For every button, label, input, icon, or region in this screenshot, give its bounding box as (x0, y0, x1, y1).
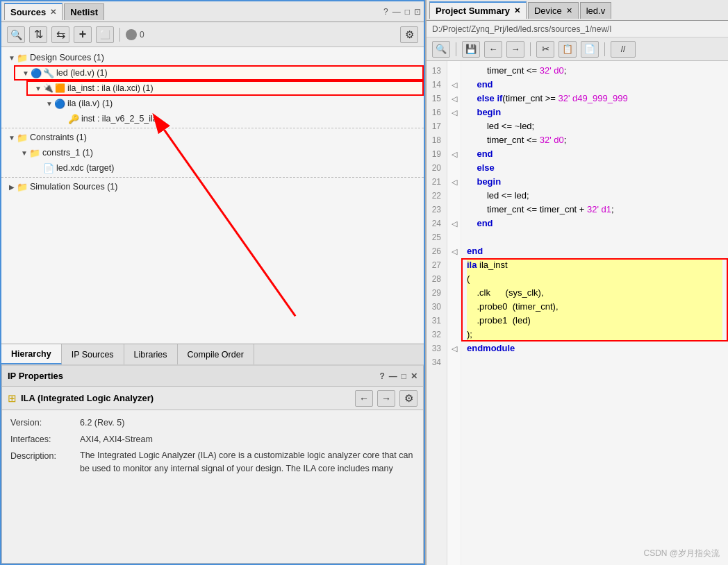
tab-sources[interactable]: Sources ✕ (4, 3, 63, 20)
right-tab-device[interactable]: Device ✕ (528, 2, 579, 19)
left-panel: Sources ✕ Netlist ? — □ ⊡ 🔍 ⇅ ⇆ + ⬜ 0 ⚙ (0, 0, 425, 565)
code-line-14: end (467, 78, 722, 92)
ila-arrow[interactable]: ▼ (44, 100, 54, 108)
led-xdc-label: led.xdc (target) (56, 163, 114, 173)
ip-gear-button[interactable]: ⚙ (399, 390, 417, 407)
tab-netlist[interactable]: Netlist (64, 3, 104, 20)
led-xdc-item[interactable]: 📄 led.xdc (target) (26, 160, 424, 176)
ip-maximize-icon[interactable]: □ (402, 371, 406, 381)
code-content[interactable]: 1314151617181920212223242526272829303132… (427, 61, 728, 565)
tab-libraries[interactable]: Libraries (124, 344, 178, 364)
gutter-cell-31 (447, 314, 461, 328)
ip-description-val: The Integrated Logic Analyzer (ILA) core… (80, 449, 415, 475)
design-sources-arrow[interactable]: ▼ (7, 54, 17, 62)
led-wrench-icon: 🔧 (43, 68, 54, 78)
gutter: ◁◁◁◁◁◁◁◁ (447, 61, 461, 565)
ip-close-icon[interactable]: ✕ (411, 371, 417, 381)
code-cut-button[interactable]: ✂ (536, 41, 554, 58)
code-search-button[interactable]: 🔍 (432, 41, 450, 58)
ip-minimize-icon[interactable]: — (389, 371, 397, 381)
sim-sources-item[interactable]: ▶ 📁 Simulation Sources (1) (1, 179, 424, 194)
code-paste-button[interactable]: 📄 (581, 41, 599, 58)
code-line-27: ila ila_inst (467, 258, 722, 272)
ila-item[interactable]: ▼ 🔵 ila (ila.v) (1) (39, 96, 424, 111)
gutter-cell-26: ◁ (447, 244, 461, 258)
help-icon[interactable]: ? (383, 7, 388, 17)
code-comment-button[interactable]: // (611, 41, 636, 58)
code-back-button[interactable]: ← (484, 41, 502, 58)
code-line-24: end (467, 217, 722, 230)
right-tab-device-close[interactable]: ✕ (566, 6, 572, 15)
tab-sources-close[interactable]: ✕ (50, 8, 56, 17)
code-forward-button[interactable]: → (506, 41, 524, 58)
right-tab-project-summary-close[interactable]: ✕ (514, 6, 520, 15)
code-line-32: ); (467, 328, 722, 341)
code-copy-button[interactable]: 📋 (559, 41, 577, 58)
divider2 (1, 177, 424, 178)
inst-ila-item[interactable]: 🔑 inst : ila_v6_2_5_ila (51, 111, 424, 126)
code-line-13: timer_cnt <= 32' d0; (467, 64, 722, 78)
badge-circle (126, 29, 137, 40)
design-sources-item[interactable]: ▼ 📁 Design Sources (1) (1, 50, 424, 65)
line-num-32: 32 (429, 328, 444, 341)
gear-button[interactable]: ⚙ (400, 26, 418, 43)
line-num-17: 17 (429, 119, 444, 133)
right-tab-project-summary[interactable]: Project Summary ✕ (429, 1, 527, 19)
code-wrapper: 1314151617181920212223242526272829303132… (427, 61, 728, 565)
ip-header-controls: ? — □ ✕ (379, 371, 417, 381)
sources-toolbar: 🔍 ⇅ ⇆ + ⬜ 0 ⚙ (1, 22, 424, 47)
code-line-15: else if(timer_cnt >= 32' d49_999_999 (467, 92, 722, 106)
add-button[interactable]: + (74, 26, 92, 43)
gutter-cell-20 (447, 161, 461, 175)
line-num-18: 18 (429, 133, 444, 147)
constrs-item[interactable]: ▼ 📁 constrs_1 (1) (14, 145, 424, 160)
led-item[interactable]: ▼ 🔵 🔧 led (led.v) (1) (14, 65, 424, 81)
gutter-cell-25 (447, 230, 461, 244)
tab-compile-order[interactable]: Compile Order (178, 344, 254, 364)
ila-inst-item[interactable]: ▼ 🔌 🟧 ila_inst : ila (ila.xci) (1) (26, 81, 424, 96)
xdc-icon: 📄 (43, 163, 54, 174)
right-tab-led-v-label: led.v (586, 6, 605, 16)
ila-inst-arrow[interactable]: ▼ (33, 85, 43, 92)
sources-tree: ▼ 📁 Design Sources (1) ▼ 🔵 🔧 led (led.v)… (1, 47, 424, 344)
maximize-icon[interactable]: □ (405, 7, 410, 17)
constraints-arrow[interactable]: ▼ (7, 134, 17, 142)
constrs-folder-icon: 📁 (29, 148, 40, 158)
watermark: CSDN @岁月指尖流 (643, 548, 720, 559)
code-line-33: endmodule (467, 341, 722, 355)
line-num-30: 30 (429, 300, 444, 314)
gutter-cell-19: ◁ (447, 147, 461, 161)
constraints-item[interactable]: ▼ 📁 Constraints (1) (1, 130, 424, 145)
led-arrow[interactable]: ▼ (21, 69, 31, 77)
tab-hierarchy[interactable]: Hierarchy (1, 344, 62, 364)
design-sources-label: Design Sources (1) (30, 53, 104, 62)
sim-arrow[interactable]: ▶ (7, 183, 17, 191)
badge-area: 0 (126, 29, 144, 40)
ip-back-button[interactable]: ← (355, 390, 373, 407)
ip-properties-panel: IP Properties ? — □ ✕ ⊞ ILA (Integrated … (1, 364, 424, 564)
ip-forward-button[interactable]: → (377, 390, 395, 407)
gutter-cell-23 (447, 203, 461, 217)
led-label: led (led.v) (1) (56, 68, 108, 78)
line-num-31: 31 (429, 314, 444, 328)
right-tab-led-v[interactable]: led.v (580, 2, 611, 19)
detach-icon[interactable]: ⊡ (414, 7, 421, 17)
code-line-17: led <= ~led; (467, 119, 722, 133)
code-save-button[interactable]: 💾 (462, 41, 480, 58)
tab-ip-sources[interactable]: IP Sources (62, 344, 124, 364)
constrs-arrow[interactable]: ▼ (19, 149, 29, 157)
ip-help-icon[interactable]: ? (379, 371, 384, 381)
sort-asc-button[interactable]: ⇅ (29, 26, 47, 43)
gutter-cell-15: ◁ (447, 92, 461, 106)
plug-icon: 🔌 (43, 83, 53, 93)
right-tab-bar: Project Summary ✕ Device ✕ led.v (427, 0, 728, 21)
search-button[interactable]: 🔍 (7, 26, 25, 43)
tab-compile-order-label: Compile Order (188, 350, 244, 360)
code-line-20: else (467, 161, 722, 175)
sort-desc-button[interactable]: ⇆ (51, 26, 69, 43)
minimize-icon[interactable]: — (392, 7, 401, 17)
file-button[interactable]: ⬜ (96, 26, 114, 43)
ip-title-icon: ⊞ (8, 392, 17, 405)
tab-controls: ? — □ ⊡ (383, 7, 421, 17)
tab-netlist-label: Netlist (70, 7, 98, 17)
